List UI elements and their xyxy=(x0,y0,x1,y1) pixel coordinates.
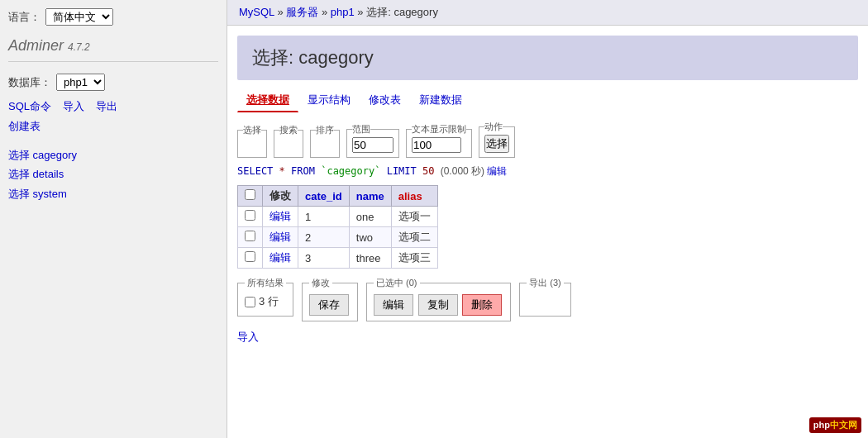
select-legend: 选择 xyxy=(243,124,261,136)
all-results-group: 所有结果 3 行 xyxy=(237,277,293,317)
breadcrumb-current: 选择: cagegory xyxy=(366,6,438,18)
td-edit-2: 编辑 xyxy=(263,227,298,248)
range-legend: 范围 xyxy=(352,123,370,136)
sort-cate-id[interactable]: cate_id xyxy=(305,190,342,202)
table-link-cagegory[interactable]: 选择 cagegory xyxy=(8,145,218,164)
sidebar: 语言： 简体中文 English Adminer 4.7.2 数据库： php1… xyxy=(0,0,227,438)
sort-legend: 排序 xyxy=(316,124,334,136)
td-alias-1: 选项一 xyxy=(391,207,437,227)
app-title: Adminer 4.7.2 xyxy=(8,37,218,62)
th-check xyxy=(238,186,263,207)
row-check-3[interactable] xyxy=(245,251,255,262)
tab-bar: 选择数据 显示结构 修改表 新建数据 xyxy=(237,88,858,112)
sort-name[interactable]: name xyxy=(356,190,384,202)
language-select[interactable]: 简体中文 English xyxy=(45,8,113,26)
edit-selected-button[interactable]: 编辑 xyxy=(374,294,413,316)
td-alias-2: 选项二 xyxy=(391,227,437,248)
row-count-text: 3 行 xyxy=(259,294,279,309)
td-check-1 xyxy=(238,207,263,227)
import-link-container: 导入 xyxy=(237,330,858,345)
all-results-legend: 所有结果 xyxy=(245,277,286,289)
create-table-link-container: 创建表 xyxy=(8,119,218,134)
sidebar-action-links: SQL命令 导入 导出 xyxy=(8,99,218,114)
table-row: 编辑 2 two 选项二 xyxy=(238,227,438,248)
th-name: name xyxy=(349,186,391,207)
tab-modify-table[interactable]: 修改表 xyxy=(360,88,410,112)
td-check-2 xyxy=(238,227,263,248)
sep-3: » xyxy=(357,6,366,18)
td-edit-3: 编辑 xyxy=(263,248,298,269)
sql-code: SELECT * FROM `cagegory` LIMIT 50 xyxy=(237,165,441,177)
selected-group: 已选中 (0) 编辑 复制 删除 xyxy=(366,277,511,321)
sql-command-link[interactable]: SQL命令 xyxy=(8,99,51,114)
sep-2: » xyxy=(322,6,331,18)
breadcrumb-db[interactable]: php1 xyxy=(331,6,355,18)
main-content: MySQL » 服务器 » php1 » 选择: cagegory 选择: ca… xyxy=(227,0,868,438)
table-link-details[interactable]: 选择 details xyxy=(8,164,218,183)
sep-1: » xyxy=(277,6,286,18)
copy-selected-button[interactable]: 复制 xyxy=(418,294,458,316)
cn-text: 中文网 xyxy=(830,420,857,430)
td-cate-id-2: 2 xyxy=(298,227,350,248)
edit-link-1[interactable]: 编辑 xyxy=(269,210,291,222)
select-fieldset: 选择 xyxy=(237,124,267,158)
tab-select-data[interactable]: 选择数据 xyxy=(237,88,298,112)
edit-link-2[interactable]: 编辑 xyxy=(269,231,291,243)
db-select[interactable]: php1 xyxy=(56,74,105,91)
td-alias-3: 选项三 xyxy=(391,248,437,269)
td-name-2: two xyxy=(349,227,391,248)
td-cate-id-1: 1 xyxy=(298,207,350,227)
modify-group: 修改 保存 xyxy=(302,277,358,321)
sort-fieldset: 排序 xyxy=(310,124,340,158)
sql-query-line: SELECT * FROM `cagegory` LIMIT 50 (0.000… xyxy=(237,164,858,179)
save-button[interactable]: 保存 xyxy=(309,294,349,316)
range-input[interactable] xyxy=(352,137,393,153)
action-fieldset: 动作 选择 xyxy=(479,121,515,158)
data-table: 修改 cate_id name alias 编辑 xyxy=(237,185,438,269)
database-selector: 数据库： php1 xyxy=(8,74,218,91)
php-logo: php中文网 xyxy=(809,417,861,433)
table-row: 编辑 1 one 选项一 xyxy=(238,207,438,227)
modify-legend: 修改 xyxy=(309,277,332,289)
export-link-sidebar[interactable]: 导出 xyxy=(96,99,117,114)
create-table-link[interactable]: 创建表 xyxy=(8,120,41,132)
tab-show-structure[interactable]: 显示结构 xyxy=(298,88,360,112)
breadcrumb-mysql[interactable]: MySQL xyxy=(239,6,274,18)
language-selector: 语言： 简体中文 English xyxy=(8,8,218,26)
select-all-checkbox[interactable] xyxy=(245,189,255,200)
row-count: 3 行 xyxy=(245,293,286,311)
select-button[interactable]: 选择 xyxy=(484,135,509,153)
limit-legend: 文本显示限制 xyxy=(412,123,466,136)
row-check-1[interactable] xyxy=(245,210,255,221)
php-text: php xyxy=(813,420,830,430)
select-all-rows-checkbox[interactable] xyxy=(245,297,255,307)
breadcrumb-server[interactable]: 服务器 xyxy=(286,6,318,18)
bottom-controls: 所有结果 3 行 修改 保存 已选中 (0) 编辑 复制 删除 导出 (3) xyxy=(237,277,858,321)
th-alias: alias xyxy=(391,186,437,207)
table-row: 编辑 3 three 选项三 xyxy=(238,248,438,269)
td-name-3: three xyxy=(349,248,391,269)
selected-legend: 已选中 (0) xyxy=(374,277,420,289)
edit-link-3[interactable]: 编辑 xyxy=(269,251,291,264)
td-cate-id-3: 3 xyxy=(298,248,350,269)
breadcrumb: MySQL » 服务器 » php1 » 选择: cagegory xyxy=(227,0,868,26)
action-legend: 动作 xyxy=(484,121,503,133)
td-edit-1: 编辑 xyxy=(263,207,298,227)
delete-selected-button[interactable]: 删除 xyxy=(462,294,502,316)
sql-edit-link[interactable]: 编辑 xyxy=(487,165,507,177)
th-cate-id: cate_id xyxy=(298,186,350,207)
tab-new-data[interactable]: 新建数据 xyxy=(410,88,471,112)
page-title: 选择: cagegory xyxy=(252,45,843,70)
import-link-bottom[interactable]: 导入 xyxy=(237,331,259,343)
search-legend: 搜索 xyxy=(279,124,298,136)
filter-controls: 选择 搜索 排序 范围 文本显示限制 动作 选择 xyxy=(237,121,858,158)
import-link-sidebar[interactable]: 导入 xyxy=(63,99,84,114)
db-label: 数据库： xyxy=(8,75,51,90)
th-modify: 修改 xyxy=(263,186,298,207)
row-check-2[interactable] xyxy=(245,231,255,241)
page-header: 选择: cagegory xyxy=(237,36,858,80)
td-check-3 xyxy=(238,248,263,269)
limit-input[interactable] xyxy=(412,137,461,153)
table-link-system[interactable]: 选择 system xyxy=(8,184,218,203)
export-group: 导出 (3) xyxy=(519,277,571,317)
